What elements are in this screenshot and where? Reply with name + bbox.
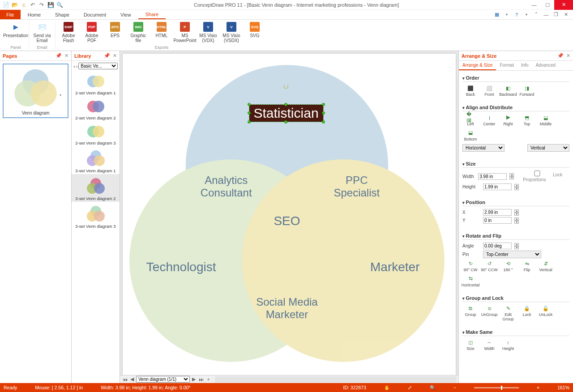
align-row-top[interactable]: ⬒Top [519, 114, 535, 126]
lock-proportions[interactable] [523, 170, 552, 176]
export-html-button[interactable]: HTMLHTML [151, 21, 172, 45]
zoom-in-icon[interactable]: + [537, 385, 539, 390]
align-row-center[interactable]: ׀Center [481, 114, 497, 126]
distribute-v[interactable]: Vertical [527, 144, 569, 152]
y-input[interactable] [483, 217, 512, 224]
export-v-button[interactable]: VMS Visio (VDX) [198, 21, 218, 45]
library-item[interactable]: 2-set Venn diagram 1 [72, 71, 120, 96]
page-select[interactable]: Venn diagram (1/1) [136, 376, 190, 383]
pin-icon[interactable]: 📌 [104, 53, 110, 59]
order-row-backward[interactable]: ◧Backward [500, 85, 516, 97]
venn-label[interactable]: Technologist [146, 260, 216, 274]
qat-save-icon[interactable]: 💾 [47, 2, 54, 8]
order-row-back[interactable]: ⬛Back [462, 85, 479, 97]
export-swf-button[interactable]: SWFAdobe Flash [58, 21, 79, 45]
prev-page-icon[interactable]: ◀ [129, 376, 135, 382]
mdi-close-icon[interactable]: ✕ [562, 12, 569, 17]
mdi-minimize-icon[interactable]: — [543, 12, 550, 17]
resize-handle[interactable] [248, 120, 251, 124]
first-page-icon[interactable]: ⏮ [122, 377, 128, 382]
angle-input[interactable] [483, 243, 512, 249]
resize-handle[interactable] [322, 111, 325, 115]
next-page-icon[interactable]: ▶ [191, 376, 197, 382]
maximize-button[interactable]: ▢ [541, 0, 554, 10]
rotate-row-flip[interactable]: ⇋Flip [519, 260, 535, 272]
export-eps-button[interactable]: EPSEPS [105, 21, 125, 45]
section-group[interactable]: Group and Lock [462, 293, 569, 302]
drawing-page[interactable]: StatisticianAnalyticsConsultantPPCSpecia… [123, 54, 456, 375]
lib-next-icon[interactable]: › [76, 64, 78, 69]
fit-icon[interactable]: ⤢ [408, 385, 412, 390]
tab-share[interactable]: Share [138, 10, 166, 19]
group-row-edit-group[interactable]: ✎Edit Group [500, 305, 516, 321]
export-pdf-button[interactable]: PDFAdobe PDF [81, 21, 102, 45]
library-item[interactable]: 3-set Venn diagram 3 [72, 202, 120, 230]
subtab-advanced[interactable]: Advanced [532, 61, 559, 70]
pin-icon[interactable]: 📌 [56, 53, 62, 59]
export-v-button[interactable]: VMS Visio (VSDX) [221, 21, 242, 45]
h-scrollbar[interactable] [215, 376, 457, 383]
tab-view[interactable]: View [113, 10, 138, 19]
library-item[interactable]: 3-set Venn diagram 2 [72, 174, 120, 202]
section-same[interactable]: Make Same [462, 327, 569, 336]
venn-label[interactable]: AnalyticsConsultant [201, 174, 252, 199]
rotate-row--ccw[interactable]: ↺90° CCW [481, 260, 497, 272]
align-row-right[interactable]: ⯈Right [500, 114, 516, 126]
align-row-left[interactable]: �玀Left [462, 114, 479, 126]
venn-label[interactable]: PPCSpecialist [334, 174, 380, 199]
section-position[interactable]: Position [462, 197, 569, 206]
export-svg-button[interactable]: SVGSVG [244, 21, 265, 45]
align-row-bottom[interactable]: ⬓Bottom [462, 129, 479, 141]
close-button[interactable]: ✕ [554, 0, 573, 10]
group-row-ungroup[interactable]: ⧈UnGroup [481, 305, 497, 321]
panels-icon[interactable]: ▦ [493, 12, 500, 17]
close-panel-icon[interactable]: ✕ [113, 53, 117, 59]
pin-select[interactable]: Top-Center [483, 251, 541, 258]
rotate-row-vertical[interactable]: ⇵Vertical [538, 260, 554, 272]
pan-icon[interactable]: ✋ [384, 385, 390, 391]
venn-label[interactable]: SEO [274, 214, 300, 228]
zoom-region-icon[interactable]: 🔍 [430, 385, 436, 391]
library-picker[interactable]: Basic Ve... [78, 63, 118, 69]
tab-shape[interactable]: Shape [48, 10, 77, 19]
zoom-slider[interactable] [474, 387, 519, 388]
order-row-front[interactable]: ⬜Front [481, 85, 497, 97]
add-page-icon[interactable]: ＋ [205, 376, 211, 383]
pin-icon[interactable]: 📌 [557, 53, 564, 59]
resize-handle[interactable] [248, 111, 251, 115]
lib-prev-icon[interactable]: ‹ [73, 64, 75, 69]
close-panel-icon[interactable]: ✕ [566, 53, 570, 59]
zoom-out-icon[interactable]: − [453, 385, 456, 390]
same-row-size[interactable]: ◫Size [462, 339, 479, 351]
venn-label[interactable]: Social MediaMarketer [256, 296, 317, 321]
distribute-h[interactable]: Horizontal [462, 144, 505, 152]
last-page-icon[interactable]: ⏭ [198, 377, 204, 382]
section-order[interactable]: Order [462, 72, 569, 82]
help-icon[interactable]: ? [513, 12, 520, 17]
rotate-row--[interactable]: ⟲180 ° [500, 260, 516, 272]
export-img-button[interactable]: IMGGraphic file [128, 21, 149, 45]
align-row-middle[interactable]: ⬓Middle [538, 114, 554, 126]
selected-text-box[interactable]: Statistician [249, 104, 324, 122]
order-row-forward[interactable]: ◨Forward [519, 85, 535, 97]
subtab-format[interactable]: Format [496, 61, 517, 70]
resize-handle[interactable] [284, 120, 287, 124]
page-thumbnail[interactable]: Venn diagram ▾ [3, 64, 68, 118]
group-row-lock[interactable]: 🔒Lock [519, 305, 535, 321]
group-row-group[interactable]: ⧉Group [462, 305, 479, 321]
tab-document[interactable]: Document [77, 10, 113, 19]
rotate-row--cw[interactable]: ↻90° CW [462, 260, 479, 272]
width-input[interactable] [478, 173, 507, 180]
x-input[interactable] [483, 209, 512, 216]
collapse-ribbon-icon[interactable]: ˄ [533, 12, 540, 17]
resize-handle[interactable] [284, 103, 287, 106]
qat-new-icon[interactable]: 📄 [3, 2, 9, 8]
resize-handle[interactable] [322, 120, 325, 124]
section-rotate[interactable]: Rotate and Flip [462, 230, 569, 240]
qat-revert-icon[interactable]: ⎌ [21, 2, 27, 8]
zoom-value[interactable]: 161% [557, 385, 569, 390]
qat-open-icon[interactable]: 📂 [12, 2, 18, 8]
send-email-button[interactable]: ✉️ Send via Email [32, 21, 52, 45]
group-row-unlock[interactable]: 🔓UnLock [538, 305, 554, 321]
library-item[interactable]: 3-set Venn diagram 1 [72, 146, 120, 174]
